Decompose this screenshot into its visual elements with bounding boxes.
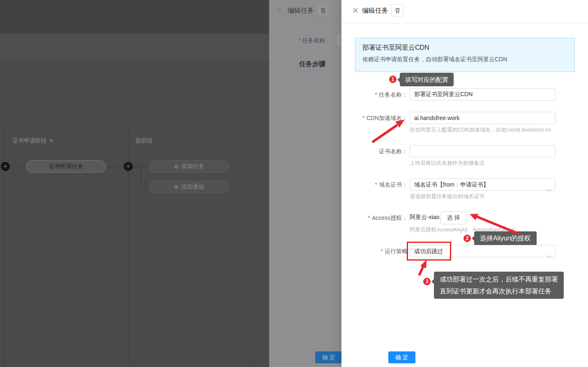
plugin-info-box: 部署证书至阿里云CDN 依赖证书申请前置任务，自动部署域名证书至阿里云CDN [355, 38, 575, 72]
annotation-badge-3: 3 [423, 278, 431, 285]
annotation-badge-2: 2 [463, 235, 471, 242]
connector-line [106, 166, 124, 167]
add-notification-button[interactable]: ⊕ 添加通知 [149, 181, 229, 193]
edit-pencil-icon[interactable]: ✎ [49, 138, 54, 144]
cert-name-label: 证书名称： [341, 145, 408, 157]
domain-cert-select[interactable]: 域名证书【from：申请证书】 [410, 178, 556, 191]
domain-cert-hint: 请选择前置任务输出的域名证书 [410, 193, 484, 200]
circle-plus-icon: ⊕ [174, 163, 179, 170]
connector-line [10, 166, 26, 167]
run-strategy-row: *运行策略 成功后跳过 [341, 245, 588, 257]
stage-title-new: 新阶段 [136, 137, 153, 145]
access-value: 阿里云-xiao [410, 214, 439, 221]
chevron-down-icon [546, 250, 551, 262]
trash-icon [394, 7, 401, 14]
stage-column-divider [3, 125, 4, 367]
domain-cert-row: *域名证书： 域名证书【from：申请证书】 [341, 178, 588, 191]
annotation-tip-3: 成功部署过一次之后，后续不再重复部署 直到证书更新才会再次执行本部署任务 [434, 272, 564, 299]
cdn-domain-row: *CDN加速域名： [341, 112, 588, 124]
task-name-row: *任务名称： [341, 88, 588, 101]
circle-plus-icon: ⊕ [174, 184, 179, 190]
cert-name-row: 证书名称： [341, 145, 588, 157]
chevron-down-icon [546, 184, 551, 195]
cdn-domain-input[interactable] [410, 112, 556, 124]
add-stage-plus-button[interactable]: + [124, 162, 133, 171]
add-task-button[interactable]: ⊕ 添加任务 [149, 160, 229, 173]
domain-cert-label: *域名证书： [341, 178, 408, 191]
back-drawer-title: 编辑任务 [288, 7, 314, 15]
cert-name-hint: 上传后将以此名称作为前缀备注 [410, 159, 484, 167]
access-row: *Access授权： 阿里云-xiao 选 择 [341, 211, 588, 224]
delete-task-button[interactable] [391, 4, 404, 16]
confirm-button[interactable]: 确 定 [388, 351, 415, 363]
delete-task-button[interactable] [317, 4, 329, 16]
run-strategy-label: *运行策略 [341, 245, 408, 257]
task-name-input[interactable] [410, 88, 556, 101]
task-name-label: *任务名称： [341, 88, 408, 101]
add-stage-plus-button[interactable]: + [1, 162, 10, 171]
highlight-red-box [407, 242, 451, 261]
task-steps-heading: 任务步骤 [299, 60, 325, 69]
cdn-domain-hint: 你在阿里云上配置的CDN加速域名，比如:certd.docmirror.cn [410, 126, 551, 134]
connector-line [141, 166, 141, 187]
stage-column-divider [129, 125, 129, 367]
edit-task-drawer: ✕ 编辑任务 部署证书至阿里云CDN 依赖证书申请前置任务，自动部署域名证书至阿… [341, 0, 588, 367]
annotation-badge-1: 1 [389, 76, 397, 83]
access-pick-button[interactable]: 选 择 [440, 211, 466, 224]
access-label: *Access授权： [341, 211, 408, 224]
plugin-info-desc: 依赖证书申请前置任务，自动部署域名证书至阿里云CDN [362, 56, 567, 63]
back-task-name-label: *任务名称： [269, 34, 331, 46]
cert-name-input[interactable] [410, 145, 556, 157]
stage-column-divider [254, 125, 254, 367]
stage-title-cert-request: 证书申请阶段✎ [12, 137, 54, 145]
task-node-cert-request[interactable]: 证书申请任务 [26, 160, 106, 173]
back-confirm-button[interactable]: 确 定 [315, 351, 342, 363]
close-icon[interactable]: ✕ [352, 6, 359, 15]
annotation-tip-1: 填写对应的配置 [400, 73, 454, 86]
drawer-title: 编辑任务 [362, 7, 388, 15]
app-root: 证书申请阶段✎ 新阶段 + + 证书申请任务 ⊕ 添加任务 ⊕ 添加通知 ✕ 编… [0, 0, 588, 367]
drawer-header: ✕ 编辑任务 [341, 0, 588, 23]
close-icon[interactable]: ✕ [276, 6, 283, 15]
cdn-domain-label: *CDN加速域名： [341, 112, 408, 124]
annotation-tip-2: 选择Aliyun的授权 [474, 231, 537, 245]
plugin-info-title: 部署证书至阿里云CDN [362, 44, 567, 52]
trash-icon [320, 7, 326, 14]
connector-line [141, 187, 149, 187]
